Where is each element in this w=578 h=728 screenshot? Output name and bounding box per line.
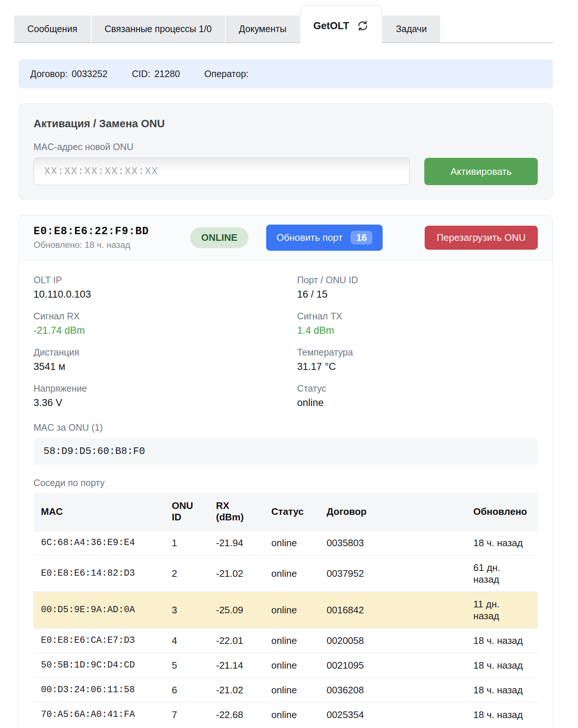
new-onu-mac-label: MAC-адрес новой ONU <box>34 142 538 152</box>
cell-rx: -25.09 <box>209 592 264 628</box>
header-status: Статус <box>264 493 319 531</box>
cell-status: online <box>264 531 319 555</box>
cell-rx: -21.14 <box>209 653 264 678</box>
cell-status: online <box>264 653 319 678</box>
stat-value: 10.110.0.103 <box>34 288 297 300</box>
cell-onu-id: 7 <box>164 703 209 727</box>
tab-documents[interactable]: Документы <box>226 15 300 42</box>
header-row: MAC ONU ID RX (dBm) Статус Договор Обнов… <box>34 493 538 531</box>
stat-item: Дистанция 3541 м <box>34 347 297 372</box>
stat-item: Температура 31.17 °C <box>297 347 538 372</box>
cell-contract: 0037952 <box>319 555 466 592</box>
cell-onu-id: 5 <box>164 653 209 678</box>
stat-value: 3.36 V <box>34 397 297 409</box>
stat-value: 16 / 15 <box>297 288 538 300</box>
contract-value: 0033252 <box>72 69 107 79</box>
port-neighbors-label: Соседи по порту <box>34 477 538 488</box>
cell-status: online <box>264 628 319 653</box>
cell-contract: 0021095 <box>319 653 466 678</box>
stat-label: Статус <box>297 383 538 394</box>
cell-onu-id: 2 <box>164 555 209 592</box>
tab-getolt[interactable]: GetOLT <box>300 5 382 43</box>
table-row: E0:E8:E6:CA:E7:D3 4 -22.01 online 002005… <box>34 628 538 653</box>
cell-rx: -21.02 <box>209 678 264 703</box>
cell-rx: -21.02 <box>209 555 264 592</box>
activate-button[interactable]: Активировать <box>424 158 538 185</box>
cell-updated: 18 ч. назад <box>466 531 538 555</box>
tab-getolt-label: GetOLT <box>313 20 349 32</box>
stat-item: Статус online <box>297 383 538 409</box>
cell-contract: 0035803 <box>319 531 466 555</box>
header-updated: Обновлено <box>466 493 538 531</box>
cell-contract: 0036208 <box>319 678 466 703</box>
stat-value: 1.4 dBm <box>297 325 538 336</box>
tab-tasks[interactable]: Задачи <box>383 15 440 42</box>
stats-grid: OLT IP 10.110.0.103 Порт / ONU ID 16 / 1… <box>34 274 538 409</box>
stat-label: Сигнал TX <box>297 311 538 322</box>
mac-behind-onu-value: 58:D9:D5:60:B8:F0 <box>34 438 538 465</box>
reboot-onu-button[interactable]: Перезагрузить ONU <box>425 226 538 250</box>
onu-mac-address: E0:E8:E6:22:F9:BD <box>34 225 149 238</box>
neighbors-table-head: MAC ONU ID RX (dBm) Статус Договор Обнов… <box>34 493 538 531</box>
table-row: 00:D3:24:06:11:58 6 -21.02 online 003620… <box>34 678 538 703</box>
stat-label: Сигнал RX <box>34 311 297 322</box>
cell-status: online <box>264 555 319 592</box>
page: Сообщения Связанные процессы 1/0 Докумен… <box>0 5 578 727</box>
cell-mac: 6C:68:A4:36:E9:E4 <box>34 531 164 555</box>
cell-contract: 0025354 <box>319 703 466 727</box>
onu-updated-text: Обновлено: 18 ч. назад <box>34 240 149 250</box>
table-row: 70:A5:6A:A0:41:FA 7 -22.68 online 002535… <box>34 703 538 727</box>
stat-item: Напряжение 3.36 V <box>34 383 297 409</box>
onu-card-header: E0:E8:E6:22:F9:BD Обновлено: 18 ч. назад… <box>19 215 553 260</box>
tab-related-processes[interactable]: Связанные процессы 1/0 <box>91 15 225 42</box>
contract-label: Договор: <box>30 69 67 79</box>
cell-status: online <box>264 678 319 703</box>
onu-card: E0:E8:E6:22:F9:BD Обновлено: 18 ч. назад… <box>18 215 553 727</box>
table-row: 00:D5:9E:9A:AD:0A 3 -25.09 online 001684… <box>34 592 538 628</box>
stat-label: Дистанция <box>34 347 297 358</box>
tab-messages[interactable]: Сообщения <box>14 15 91 42</box>
activation-card-title: Активация / Замена ONU <box>34 118 538 130</box>
stat-item: OLT IP 10.110.0.103 <box>34 274 297 300</box>
header-contract: Договор <box>319 493 466 531</box>
cell-contract: 0016842 <box>319 592 466 628</box>
stat-item: Сигнал RX -21.74 dBm <box>34 311 297 336</box>
stat-value: 3541 м <box>34 361 297 372</box>
refresh-port-button[interactable]: Обновить порт 16 <box>266 225 383 251</box>
cell-mac: E0:E8:E6:14:82:D3 <box>34 555 164 592</box>
cell-mac: 00:D3:24:06:11:58 <box>34 678 164 703</box>
new-onu-mac-input[interactable] <box>34 158 410 185</box>
cell-onu-id: 3 <box>164 592 209 628</box>
activation-input-row: Активировать <box>34 158 538 185</box>
stat-label: OLT IP <box>34 274 297 285</box>
cell-rx: -21.94 <box>209 531 264 555</box>
stat-value: -21.74 dBm <box>34 325 297 336</box>
cell-rx: -22.01 <box>209 628 264 653</box>
online-status-badge: ONLINE <box>190 227 248 248</box>
cell-updated: 18 ч. назад <box>466 678 538 703</box>
operator-info: Оператор: <box>204 69 253 79</box>
refresh-icon[interactable] <box>356 20 369 32</box>
stat-label: Порт / ONU ID <box>297 274 538 285</box>
table-row: 50:5B:1D:9C:D4:CD 5 -21.14 online 002109… <box>34 653 538 678</box>
stat-label: Температура <box>297 347 538 358</box>
tab-bar: Сообщения Связанные процессы 1/0 Докумен… <box>14 5 553 43</box>
stat-item: Сигнал TX 1.4 dBm <box>297 311 538 336</box>
header-rx: RX (dBm) <box>209 493 264 531</box>
stat-value: 31.17 °C <box>297 361 538 372</box>
cid-label: CID: <box>132 69 150 79</box>
neighbors-table: MAC ONU ID RX (dBm) Статус Договор Обнов… <box>34 493 538 727</box>
cell-onu-id: 4 <box>164 628 209 653</box>
cell-onu-id: 6 <box>164 678 209 703</box>
header-mac: MAC <box>34 493 164 531</box>
cell-mac: E0:E8:E6:CA:E7:D3 <box>34 628 164 653</box>
contract-info-bar: Договор: 0033252 CID: 21280 Оператор: <box>18 59 553 89</box>
operator-label: Оператор: <box>204 69 248 79</box>
stat-label: Напряжение <box>34 383 297 394</box>
cell-updated: 18 ч. назад <box>466 628 538 653</box>
cell-updated: 11 дн. назад <box>466 592 538 628</box>
stat-item: Порт / ONU ID 16 / 15 <box>297 274 538 300</box>
cell-status: online <box>264 703 319 727</box>
cell-contract: 0020058 <box>319 628 466 653</box>
onu-card-body: OLT IP 10.110.0.103 Порт / ONU ID 16 / 1… <box>19 260 553 727</box>
